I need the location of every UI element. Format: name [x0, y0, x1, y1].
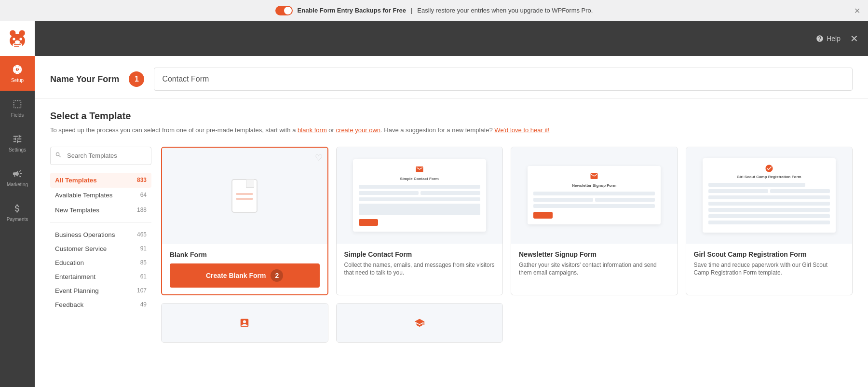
newsletter-mock-title: Newsletter Signup Form — [533, 183, 655, 188]
newsletter-name: Newsletter Signup Form — [519, 250, 670, 258]
category-entertainment-label: Entertainment — [55, 273, 95, 280]
category-customer-service[interactable]: Customer Service 91 — [50, 242, 151, 256]
template-card-simple-contact[interactable]: Simple Contact Form — [336, 147, 503, 295]
template-card-row2-1[interactable] — [161, 303, 328, 343]
blank-form-link[interactable]: blank form — [298, 126, 327, 134]
create-blank-button[interactable]: Create Blank Form 2 — [170, 263, 320, 288]
form-name-label: Name Your Form — [50, 74, 119, 84]
sidebar-item-fields[interactable]: Fields — [0, 91, 35, 125]
svg-point-5 — [15, 41, 20, 44]
close-button[interactable]: ✕ — [850, 33, 858, 44]
filter-new-label: New Templates — [55, 207, 99, 214]
blank-form-name: Blank Form — [170, 251, 320, 259]
category-education-count: 85 — [140, 259, 147, 266]
category-business-label: Business Operations — [55, 231, 115, 238]
category-customer-service-label: Customer Service — [55, 245, 107, 252]
sidebar-item-setup[interactable]: Setup — [0, 56, 35, 91]
girl-scout-mock: Girl Scout Camp Registration Form — [703, 158, 836, 233]
filter-available-templates[interactable]: Available Templates 64 — [50, 188, 151, 203]
blank-heart-icon[interactable]: ♡ — [315, 152, 323, 163]
svg-rect-10 — [246, 180, 254, 187]
newsletter-icon — [590, 172, 598, 180]
girl-scout-mock-title: Girl Scout Camp Registration Form — [708, 175, 830, 179]
help-button[interactable]: Help — [816, 35, 841, 42]
girl-scout-name: Girl Scout Camp Registration Form — [694, 250, 845, 258]
category-event-planning-count: 107 — [137, 287, 147, 294]
svg-rect-8 — [14, 46, 19, 47]
gs-field-4 — [708, 195, 830, 199]
gs-field-3 — [770, 189, 830, 193]
category-feedback[interactable]: Feedback 49 — [50, 298, 151, 312]
mock-submit-btn — [359, 219, 378, 226]
filter-all-templates[interactable]: All Templates 833 — [50, 173, 151, 188]
notification-bar: Enable Form Entry Backups for Free | Eas… — [0, 0, 868, 21]
blank-form-icon — [230, 179, 259, 213]
sidebar-setup-label: Setup — [11, 78, 24, 83]
form-name-section: Name Your Form 1 — [35, 56, 868, 99]
filter-group: All Templates 833 Available Templates 64… — [50, 173, 151, 218]
simple-contact-desc: Collect the names, emails, and messages … — [344, 261, 495, 277]
template-section: Select a Template To speed up the proces… — [35, 99, 868, 387]
girl-scout-icon — [765, 164, 773, 173]
close-notif-button[interactable]: ✕ — [854, 6, 860, 15]
search-input[interactable] — [50, 147, 151, 165]
category-feedback-label: Feedback — [55, 301, 83, 308]
simple-contact-mock: Simple Contact Form — [353, 159, 486, 232]
category-event-planning-label: Event Planning — [55, 287, 99, 294]
fields-icon — [12, 99, 23, 110]
template-card-girl-scout[interactable]: Girl Scout Camp Registration Form — [686, 147, 853, 295]
category-education[interactable]: Education 85 — [50, 256, 151, 270]
notif-divider: | — [411, 7, 412, 14]
simple-contact-name: Simple Contact Form — [344, 250, 495, 258]
category-business[interactable]: Business Operations 465 — [50, 228, 151, 242]
sidebar-item-payments[interactable]: Payments — [0, 195, 35, 230]
filter-available-label: Available Templates — [55, 192, 113, 199]
template-card-row2-2[interactable] — [336, 303, 503, 343]
category-business-count: 465 — [137, 231, 147, 238]
backup-toggle[interactable] — [275, 6, 293, 15]
gs-field-5 — [708, 202, 830, 206]
gs-field-7 — [708, 214, 830, 218]
nl-field-1 — [533, 192, 655, 195]
girl-scout-desc: Save time and reduce paperwork with our … — [694, 261, 845, 277]
setup-icon — [12, 64, 23, 75]
notif-message: Easily restore your entries when you upg… — [417, 7, 593, 14]
category-event-planning[interactable]: Event Planning 107 — [50, 284, 151, 298]
sidebar-item-marketing[interactable]: Marketing — [0, 160, 35, 195]
gs-field-6 — [708, 208, 830, 212]
simple-contact-mock-title: Simple Contact Form — [359, 177, 480, 181]
mock-field-3 — [420, 191, 480, 195]
girl-scout-info: Girl Scout Camp Registration Form Save t… — [686, 244, 853, 284]
template-card-blank[interactable]: ♡ — [161, 147, 328, 295]
row2-preview-2 — [337, 304, 503, 342]
payments-icon — [12, 203, 23, 214]
search-wrapper — [50, 147, 151, 165]
newsletter-preview: Newsletter Signup Form — [511, 147, 678, 244]
category-entertainment-count: 61 — [140, 273, 147, 280]
svg-rect-12 — [236, 198, 253, 200]
wpforms-logo — [7, 28, 28, 49]
sidebar-marketing-label: Marketing — [7, 182, 28, 187]
marketing-icon — [12, 168, 23, 179]
form-name-input[interactable] — [154, 68, 853, 91]
mock-field-4 — [359, 197, 480, 201]
filter-new-count: 188 — [137, 207, 147, 213]
feedback-link[interactable]: We'd love to hear it! — [494, 126, 549, 134]
category-entertainment[interactable]: Entertainment 61 — [50, 270, 151, 284]
filter-new-templates[interactable]: New Templates 188 — [50, 203, 151, 218]
template-card-newsletter[interactable]: Newsletter Signup Form — [511, 147, 678, 295]
nl-field-3 — [595, 198, 655, 202]
create-own-link[interactable]: create your own — [336, 126, 381, 134]
step2-badge: 2 — [271, 269, 283, 282]
sidebar-settings-label: Settings — [9, 147, 26, 152]
gs-field-8 — [708, 221, 830, 224]
blank-form-preview: ♡ — [162, 148, 327, 244]
simple-contact-preview: Simple Contact Form — [337, 147, 503, 244]
content-area: Help ✕ Name Your Form 1 Select a Templat… — [35, 21, 868, 387]
content-header: Help ✕ — [35, 21, 868, 56]
template-section-title: Select a Template — [50, 111, 853, 122]
row2-icon-1 — [239, 318, 250, 328]
settings-icon — [12, 134, 23, 144]
mock-field-2 — [359, 191, 419, 195]
sidebar-item-settings[interactable]: Settings — [0, 125, 35, 160]
